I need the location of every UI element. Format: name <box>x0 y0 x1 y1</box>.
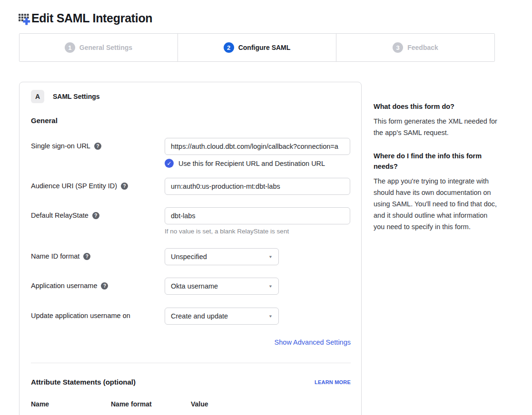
audience-uri-label: Audience URI (SP Entity ID) <box>31 182 117 190</box>
step-1-number: 1 <box>65 42 75 53</box>
help-section-what: What does this form do? This form genera… <box>374 101 497 138</box>
column-header-name: Name <box>31 400 111 408</box>
section-badge: A <box>31 90 44 103</box>
relay-state-label: Default RelayState <box>31 212 89 219</box>
recipient-checkbox-row: ✓ Use this for Recipient URL and Destina… <box>165 159 350 168</box>
name-id-format-select[interactable]: Unspecified ▼ <box>165 248 279 265</box>
audience-uri-row: Audience URI (SP Entity ID) ? <box>31 178 350 195</box>
application-username-help-icon[interactable]: ? <box>101 282 108 290</box>
section-title: SAML Settings <box>53 93 100 100</box>
help-heading: What does this form do? <box>374 101 497 112</box>
show-advanced-settings-link[interactable]: Show Advanced Settings <box>275 338 351 346</box>
name-id-format-value: Unspecified <box>171 253 207 261</box>
update-username-row: Update application username on Create an… <box>31 308 350 325</box>
step-1-label: General Settings <box>79 44 132 51</box>
audience-uri-control <box>165 178 350 195</box>
recipient-checkbox-label: Use this for Recipient URL and Destinati… <box>178 160 325 167</box>
step-3-label: Feedback <box>407 44 438 51</box>
relay-state-input[interactable] <box>165 207 350 224</box>
sso-url-help-icon[interactable]: ? <box>94 143 101 150</box>
audience-uri-input[interactable] <box>165 178 350 195</box>
name-id-format-help-icon[interactable]: ? <box>83 253 90 260</box>
application-username-row: Application username ? Okta username ▼ <box>31 278 350 295</box>
audience-uri-help-icon[interactable]: ? <box>121 183 128 190</box>
application-username-select[interactable]: Okta username ▼ <box>165 278 279 295</box>
step-feedback[interactable]: 3 Feedback <box>336 34 494 61</box>
relay-state-row: Default RelayState ? If no value is set,… <box>31 207 350 235</box>
chevron-down-icon: ▼ <box>268 255 273 259</box>
column-header-name-format: Name format <box>111 400 191 408</box>
help-section-where: Where do I find the info this form needs… <box>374 151 497 232</box>
update-username-control: Create and update ▼ <box>165 308 350 325</box>
wizard-steps: 1 General Settings 2 Configure SAML 3 Fe… <box>19 33 495 62</box>
sso-url-label-wrap: Single sign-on URL ? <box>31 138 165 150</box>
attribute-statements-header: Attribute Statements (optional) LEARN MO… <box>31 378 351 386</box>
step-2-label: Configure SAML <box>238 44 291 51</box>
attribute-statements-heading: Attribute Statements (optional) <box>31 378 136 386</box>
update-username-label-wrap: Update application username on <box>31 308 165 319</box>
step-2-number: 2 <box>224 42 234 53</box>
advanced-settings-row: Show Advanced Settings <box>31 338 351 347</box>
audience-uri-label-wrap: Audience URI (SP Entity ID) ? <box>31 178 165 190</box>
learn-more-link[interactable]: LEARN MORE <box>315 379 351 385</box>
attribute-table-header: Name Name format Value <box>31 400 351 408</box>
name-id-format-label-wrap: Name ID format ? <box>31 248 165 260</box>
sso-url-label: Single sign-on URL <box>31 142 90 150</box>
sso-url-row: Single sign-on URL ? ✓ Use this for Reci… <box>31 138 350 168</box>
saml-settings-panel: A SAML Settings General Single sign-on U… <box>19 82 362 415</box>
help-sidebar: What does this form do? This form genera… <box>374 101 497 245</box>
general-heading: General <box>31 116 350 125</box>
application-username-label: Application username <box>31 282 97 290</box>
relay-state-label-wrap: Default RelayState ? <box>31 207 165 219</box>
chevron-down-icon: ▼ <box>268 284 273 289</box>
name-id-format-control: Unspecified ▼ <box>165 248 350 265</box>
application-username-value: Okta username <box>171 282 218 290</box>
help-body: This form generates the XML needed for t… <box>374 116 497 138</box>
chevron-down-icon: ▼ <box>268 314 273 318</box>
relay-state-control: If no value is set, a blank RelayState i… <box>165 207 350 235</box>
name-id-format-label: Name ID format <box>31 252 79 260</box>
update-username-value: Create and update <box>171 312 228 320</box>
update-username-select[interactable]: Create and update ▼ <box>165 308 279 325</box>
help-heading: Where do I find the info this form needs… <box>374 151 497 172</box>
step-configure-saml[interactable]: 2 Configure SAML <box>178 34 336 61</box>
application-username-control: Okta username ▼ <box>165 278 350 295</box>
step-general-settings[interactable]: 1 General Settings <box>20 34 178 61</box>
page-header: Edit SAML Integration <box>18 11 152 25</box>
name-id-format-row: Name ID format ? Unspecified ▼ <box>31 248 350 265</box>
relay-state-help-icon[interactable]: ? <box>92 212 99 219</box>
application-username-label-wrap: Application username ? <box>31 278 165 290</box>
sso-url-input[interactable] <box>165 138 350 155</box>
help-body: The app you're trying to integrate with … <box>374 175 497 232</box>
update-username-label: Update application username on <box>31 312 130 319</box>
grid-plus-app-icon <box>18 12 30 25</box>
sso-url-control: ✓ Use this for Recipient URL and Destina… <box>165 138 350 168</box>
relay-state-helper: If no value is set, a blank RelayState i… <box>165 228 350 235</box>
edit-saml-integration-page: Edit SAML Integration 1 General Settings… <box>0 0 532 415</box>
use-recipient-checkbox[interactable]: ✓ <box>165 159 174 168</box>
column-header-value: Value <box>191 400 351 408</box>
section-header: A SAML Settings <box>31 90 350 103</box>
step-3-number: 3 <box>393 42 403 53</box>
page-title: Edit SAML Integration <box>31 11 152 25</box>
section-divider <box>31 363 351 363</box>
